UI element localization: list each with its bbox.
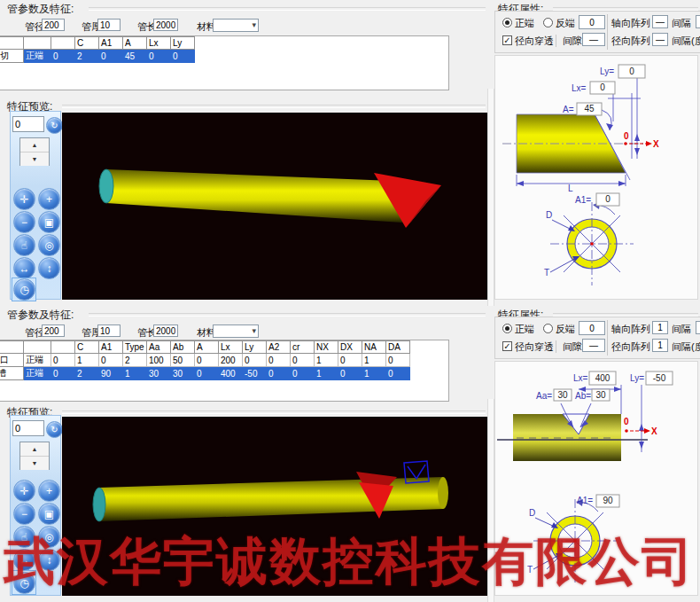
- table-cell[interactable]: 0: [99, 354, 123, 367]
- radial-penetrate-checkbox[interactable]: ✓: [502, 35, 512, 45]
- feature-list[interactable]: CA1TypeAaAbALxLyA2crNXDXNADA切口正端01021005…: [0, 340, 449, 402]
- table-cell[interactable]: 1: [75, 354, 99, 367]
- radial-array-input[interactable]: [652, 33, 668, 46]
- panel-splitter[interactable]: [487, 89, 494, 306]
- table-cell[interactable]: 0: [338, 354, 362, 367]
- table-cell[interactable]: 0: [386, 367, 410, 380]
- table-cell[interactable]: 0: [267, 367, 291, 380]
- back-end-radio[interactable]: [543, 18, 553, 27]
- offset-input[interactable]: [579, 15, 605, 29]
- rotate-step-button[interactable]: ↻: [46, 117, 63, 134]
- table-cell[interactable]: 0: [291, 367, 315, 380]
- zoom-window-button[interactable]: ▣: [38, 503, 60, 525]
- measure-angle-button[interactable]: ◷: [13, 278, 35, 301]
- pipe-thickness-input[interactable]: [97, 19, 121, 31]
- feature-list[interactable]: CA1ALxLy端切正端0204500: [0, 35, 449, 90]
- table-cell[interactable]: 0: [147, 50, 171, 63]
- table-cell[interactable]: 0: [243, 354, 267, 367]
- table-cell[interactable]: 0: [386, 354, 410, 367]
- fit-height-button[interactable]: ↕: [38, 257, 60, 279]
- table-cell[interactable]: 0: [267, 354, 291, 367]
- material-select[interactable]: ▾: [213, 324, 259, 338]
- radial-penetrate-checkbox[interactable]: ✓: [502, 341, 512, 351]
- table-cell[interactable]: 1: [362, 367, 386, 380]
- offset-input[interactable]: [579, 321, 605, 335]
- preview-3d-viewport[interactable]: [62, 417, 487, 596]
- gap-input[interactable]: [582, 339, 605, 352]
- material-select[interactable]: ▾: [213, 19, 259, 32]
- pipe-diameter-input[interactable]: [42, 19, 65, 31]
- table-cell[interactable]: 1: [315, 367, 338, 380]
- table-cell[interactable]: 2: [75, 50, 99, 63]
- spin-down-button[interactable]: ▼: [20, 152, 49, 166]
- pan-move-button[interactable]: ✛: [13, 188, 35, 210]
- zoom-in-button[interactable]: +: [38, 480, 60, 502]
- feature-table[interactable]: CA1ALxLy端切正端0204500: [0, 36, 195, 63]
- rotate-step-button[interactable]: ↻: [46, 421, 63, 438]
- table-cell[interactable]: 2: [75, 367, 99, 380]
- table-cell[interactable]: 2: [123, 354, 147, 367]
- table-cell[interactable]: 0: [99, 50, 123, 63]
- rotate-view-button[interactable]: ◎: [38, 526, 60, 548]
- axial-array-input[interactable]: [652, 15, 668, 28]
- table-cell[interactable]: 0: [195, 367, 219, 380]
- pipe-diameter-input[interactable]: [42, 324, 65, 337]
- pipe-length-input[interactable]: [153, 324, 178, 337]
- spacing-input[interactable]: [696, 15, 700, 28]
- radial-array-input[interactable]: [652, 339, 668, 352]
- rotate-view-button[interactable]: ◎: [38, 234, 60, 256]
- table-cell[interactable]: 1: [123, 367, 147, 380]
- gap-input[interactable]: [582, 33, 605, 46]
- table-cell[interactable]: 30: [147, 367, 171, 380]
- feature-table[interactable]: CA1TypeAaAbALxLyA2crNXDXNADA切口正端01021005…: [0, 340, 410, 380]
- table-cell[interactable]: 0: [51, 50, 75, 63]
- axial-array-input[interactable]: [652, 321, 668, 334]
- table-cell[interactable]: 1: [315, 354, 338, 367]
- zoom-out-button[interactable]: −: [13, 503, 35, 525]
- front-end-radio[interactable]: [502, 18, 512, 27]
- table-cell[interactable]: 0: [338, 367, 362, 380]
- table-row[interactable]: 切口正端01021005002000001010: [0, 354, 410, 367]
- pipe-length-input[interactable]: [153, 19, 178, 31]
- table-cell[interactable]: 45: [123, 50, 147, 63]
- hand-drag-button[interactable]: ☝: [13, 234, 35, 256]
- table-cell[interactable]: 切口: [0, 354, 24, 367]
- spin-up-button[interactable]: ▲: [20, 442, 49, 457]
- table-cell[interactable]: 90: [99, 367, 123, 380]
- table-cell[interactable]: 0: [195, 354, 219, 367]
- front-end-radio[interactable]: [502, 324, 512, 333]
- fit-width-button[interactable]: ↔: [13, 549, 35, 571]
- table-cell[interactable]: 1: [362, 354, 386, 367]
- zoom-window-button[interactable]: ▣: [38, 211, 60, 233]
- table-cell[interactable]: 200: [219, 354, 243, 367]
- table-row[interactable]: 端切正端0204500: [0, 50, 195, 63]
- fit-height-button[interactable]: ↕: [38, 549, 60, 571]
- table-row[interactable]: V槽正端0290130300400-50001010: [0, 367, 410, 380]
- zoom-in-button[interactable]: +: [38, 188, 60, 210]
- view-angle-input[interactable]: [12, 420, 44, 436]
- preview-3d-viewport[interactable]: [62, 113, 487, 300]
- spin-down-button[interactable]: ▼: [20, 457, 49, 470]
- table-cell[interactable]: 0: [291, 354, 315, 367]
- fit-width-button[interactable]: ↔: [13, 257, 35, 279]
- back-end-radio[interactable]: [543, 324, 553, 333]
- zoom-out-button[interactable]: −: [13, 211, 35, 233]
- table-cell[interactable]: 50: [171, 354, 195, 367]
- table-cell[interactable]: 0: [51, 367, 75, 380]
- table-cell[interactable]: V槽: [0, 367, 24, 380]
- table-cell[interactable]: -50: [243, 367, 267, 380]
- panel-splitter[interactable]: [487, 399, 494, 602]
- table-cell[interactable]: 正端: [24, 354, 51, 367]
- view-angle-input[interactable]: [12, 116, 44, 132]
- table-cell[interactable]: 30: [171, 367, 195, 380]
- pipe-thickness-input[interactable]: [97, 324, 121, 337]
- spacing-input[interactable]: [696, 321, 700, 334]
- hand-drag-button[interactable]: ☝: [13, 526, 35, 548]
- table-cell[interactable]: 端切: [0, 50, 24, 63]
- spin-up-button[interactable]: ▲: [20, 138, 49, 152]
- table-cell[interactable]: 0: [51, 354, 75, 367]
- table-cell[interactable]: 0: [171, 50, 195, 63]
- pan-move-button[interactable]: ✛: [13, 480, 35, 502]
- measure-angle-button[interactable]: ◷: [13, 572, 35, 594]
- table-cell[interactable]: 100: [147, 354, 171, 367]
